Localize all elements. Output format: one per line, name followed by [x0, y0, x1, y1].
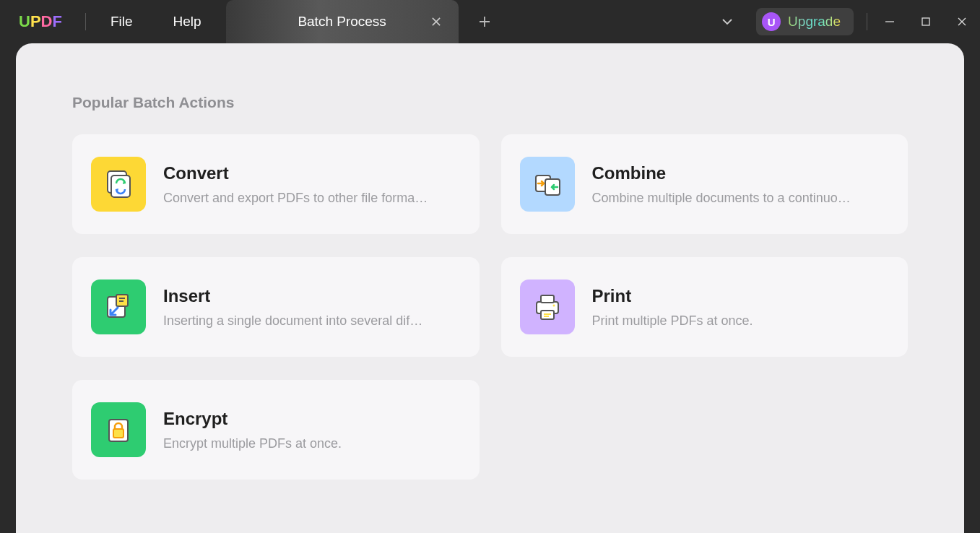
titlebar: UPDF File Help Batch Process U Upgrade — [0, 0, 980, 43]
upgrade-label: Upgrade — [788, 14, 841, 30]
plus-icon — [479, 16, 490, 27]
combine-icon — [520, 157, 575, 212]
action-description: Convert and export PDFs to other file fo… — [163, 191, 461, 206]
batch-actions-grid: Convert Convert and export PDFs to other… — [72, 134, 908, 480]
action-encrypt[interactable]: Encrypt Encrypt multiple PDFs at once. — [72, 380, 480, 480]
divider — [85, 13, 86, 30]
new-tab-button[interactable] — [459, 0, 511, 43]
svg-rect-6 — [116, 295, 128, 306]
encrypt-icon — [91, 402, 146, 457]
logo-letter-f: F — [52, 12, 61, 30]
app-logo[interactable]: UPDF — [0, 12, 81, 31]
action-convert[interactable]: Convert Convert and export PDFs to other… — [72, 134, 480, 234]
convert-icon — [91, 157, 146, 212]
action-title: Encrypt — [163, 409, 461, 429]
close-window-button[interactable] — [944, 0, 980, 43]
menu-help[interactable]: Help — [153, 0, 222, 43]
logo-letter-u: U — [19, 12, 30, 30]
action-insert[interactable]: Insert Inserting a single document into … — [72, 257, 480, 357]
logo-letter-p: P — [30, 12, 41, 30]
svg-rect-9 — [541, 311, 554, 319]
action-description: Print multiple PDFs at once. — [592, 313, 890, 329]
action-print[interactable]: Print Print multiple PDFs at once. — [501, 257, 909, 357]
minimize-button[interactable] — [872, 0, 908, 43]
insert-icon — [91, 280, 146, 334]
maximize-icon — [921, 17, 931, 27]
close-icon — [432, 17, 441, 26]
action-title: Print — [592, 286, 890, 306]
minimize-icon — [885, 17, 895, 27]
action-description: Inserting a single document into several… — [163, 313, 461, 329]
print-icon — [520, 280, 575, 334]
section-title: Popular Batch Actions — [72, 94, 908, 111]
action-description: Combine multiple documents to a continuo… — [592, 191, 890, 206]
tab-label: Batch Process — [298, 14, 386, 30]
action-title: Convert — [163, 163, 461, 183]
action-description: Encrypt multiple PDFs at once. — [163, 436, 461, 451]
svg-point-10 — [552, 305, 555, 307]
action-title: Insert — [163, 286, 461, 306]
action-combine[interactable]: Combine Combine multiple documents to a … — [501, 134, 909, 234]
svg-rect-8 — [541, 295, 554, 303]
close-icon — [957, 17, 967, 27]
tab-batch-process[interactable]: Batch Process — [226, 0, 459, 43]
avatar: U — [762, 12, 781, 31]
menu-file[interactable]: File — [90, 0, 153, 43]
upgrade-button[interactable]: U Upgrade — [756, 8, 854, 35]
chevron-down-icon — [721, 16, 733, 27]
window-controls — [872, 0, 980, 43]
logo-letter-d: D — [41, 12, 53, 30]
svg-rect-12 — [113, 429, 123, 438]
divider — [867, 13, 867, 30]
svg-rect-0 — [922, 18, 929, 25]
tabs-dropdown-button[interactable] — [707, 0, 747, 43]
maximize-button[interactable] — [908, 0, 944, 43]
close-tab-button[interactable] — [430, 15, 443, 28]
action-title: Combine — [592, 163, 890, 183]
content-panel: Popular Batch Actions Convert Convert an… — [16, 43, 964, 533]
